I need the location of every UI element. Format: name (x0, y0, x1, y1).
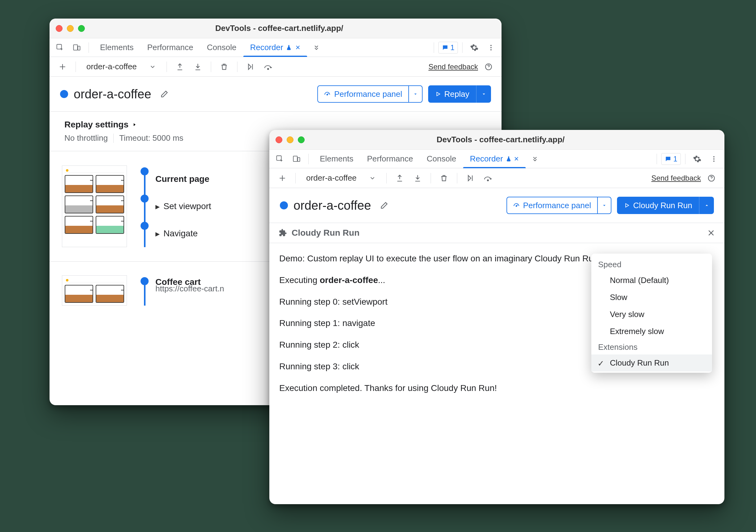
import-icon[interactable] (410, 171, 425, 186)
chevron-down-icon (149, 63, 156, 70)
gauge-icon (513, 202, 520, 209)
delete-icon[interactable] (437, 171, 451, 186)
kebab-icon[interactable] (707, 152, 721, 166)
window-title: DevTools - coffee-cart.netlify.app/ (63, 23, 495, 33)
tab-performance[interactable]: Performance (360, 150, 420, 168)
extension-panel-header: Cloudy Run Run (269, 223, 724, 243)
devtools-tabbar: Elements Performance Console Recorder × … (49, 38, 501, 57)
step-over-icon[interactable] (261, 60, 276, 74)
recording-select[interactable]: order-a-coffee (301, 171, 381, 185)
close-panel-icon[interactable] (707, 229, 715, 237)
continue-icon[interactable] (463, 171, 478, 186)
settings-icon[interactable] (690, 152, 705, 166)
replay-settings-toggle[interactable]: Replay settings (65, 120, 487, 130)
window-titlebar: DevTools - coffee-cart.netlify.app/ (269, 130, 724, 150)
edit-name-icon[interactable] (377, 198, 392, 213)
tab-recorder[interactable]: Recorder × (463, 150, 526, 168)
help-icon[interactable] (704, 171, 719, 186)
delete-icon[interactable] (217, 60, 231, 74)
step-current-page[interactable]: Current page (155, 165, 211, 193)
svg-point-3 (490, 45, 492, 46)
svg-rect-2 (78, 46, 80, 50)
close-tab-icon[interactable]: × (514, 154, 519, 164)
svg-rect-1 (74, 44, 78, 50)
tab-console[interactable]: Console (420, 150, 463, 168)
replay-dropdown-button[interactable] (476, 85, 491, 103)
recording-select[interactable]: order-a-coffee (81, 60, 161, 74)
new-recording-icon[interactable] (55, 60, 70, 74)
page-thumbnail (62, 275, 127, 306)
svg-point-5 (490, 49, 492, 50)
performance-panel-button[interactable]: Performance panel (506, 197, 612, 214)
window-title: DevTools - coffee-cart.netlify.app/ (283, 135, 718, 144)
kebab-icon[interactable] (484, 40, 499, 55)
tab-elements[interactable]: Elements (93, 38, 140, 57)
export-icon[interactable] (173, 60, 187, 74)
caret-right-icon: ▸ (155, 201, 160, 212)
replay-speed-dropdown: Speed Normal (Default) Slow Very slow Ex… (591, 254, 712, 373)
cloudy-run-button[interactable]: Cloudy Run Run (617, 197, 699, 214)
dropdown-item-very-slow[interactable]: Very slow (591, 306, 712, 323)
svg-rect-11 (298, 158, 300, 162)
svg-rect-10 (293, 156, 298, 162)
import-icon[interactable] (190, 60, 205, 74)
timeout-value: Timeout: 5000 ms (119, 133, 183, 143)
close-tab-icon[interactable]: × (296, 43, 300, 52)
issues-badge[interactable]: 1 (438, 42, 458, 54)
perf-panel-dropdown-icon[interactable] (408, 86, 422, 102)
export-icon[interactable] (392, 171, 407, 186)
issues-icon (442, 44, 448, 51)
tab-elements[interactable]: Elements (313, 150, 360, 168)
tab-recorder[interactable]: Recorder × (243, 38, 307, 57)
gauge-icon (324, 90, 331, 98)
dropdown-item-normal[interactable]: Normal (Default) (591, 272, 712, 289)
issues-badge[interactable]: 1 (661, 153, 681, 165)
step-set-viewport[interactable]: ▸Set viewport (155, 193, 211, 220)
step-timeline (134, 165, 155, 247)
inspect-icon[interactable] (53, 40, 68, 55)
recording-header: order-a-coffee Performance panel Cloudy … (269, 188, 724, 223)
svg-point-13 (713, 158, 715, 160)
help-icon[interactable] (481, 60, 496, 74)
performance-panel-button[interactable]: Performance panel (317, 85, 422, 103)
send-feedback-link[interactable]: Send feedback (428, 63, 478, 71)
extension-icon (279, 229, 287, 237)
dropdown-item-extremely-slow[interactable]: Extremely slow (591, 323, 712, 340)
recording-header: order-a-coffee Performance panel Replay (49, 77, 501, 112)
device-toggle-icon[interactable] (289, 152, 304, 166)
recorder-toolbar: order-a-coffee Send feedback (49, 57, 501, 77)
devtools-tabbar: Elements Performance Console Recorder × … (269, 150, 724, 168)
close-window-button[interactable] (276, 137, 282, 143)
tab-performance[interactable]: Performance (140, 38, 200, 57)
recording-name: order-a-coffee (74, 87, 151, 101)
inspect-icon[interactable] (272, 152, 287, 166)
dropdown-item-cloudy-run-run[interactable]: ✓ Cloudy Run Run (591, 354, 712, 371)
run-dropdown-button[interactable] (699, 197, 714, 214)
recording-status-dot (60, 90, 68, 98)
more-tabs-icon[interactable] (527, 152, 542, 166)
replay-button[interactable]: Replay (428, 85, 476, 103)
play-icon (624, 202, 630, 209)
continue-icon[interactable] (243, 60, 258, 74)
flask-icon (505, 156, 512, 162)
flask-icon (286, 44, 292, 51)
svg-point-15 (487, 180, 489, 181)
device-toggle-icon[interactable] (69, 40, 84, 55)
step-timeline (134, 275, 155, 306)
svg-point-12 (713, 156, 715, 158)
recording-status-dot (280, 201, 288, 209)
tab-console[interactable]: Console (200, 38, 243, 57)
send-feedback-link[interactable]: Send feedback (651, 174, 701, 183)
play-icon (435, 91, 441, 97)
edit-name-icon[interactable] (157, 87, 172, 101)
step-navigate[interactable]: ▸Navigate (155, 220, 211, 247)
new-recording-icon[interactable] (275, 171, 290, 186)
step-over-icon[interactable] (481, 171, 496, 186)
perf-panel-dropdown-icon[interactable] (597, 197, 611, 214)
close-window-button[interactable] (56, 25, 63, 32)
svg-point-14 (713, 161, 715, 162)
chevron-down-icon (369, 175, 376, 182)
dropdown-item-slow[interactable]: Slow (591, 289, 712, 306)
settings-icon[interactable] (467, 40, 482, 55)
more-tabs-icon[interactable] (309, 40, 324, 55)
